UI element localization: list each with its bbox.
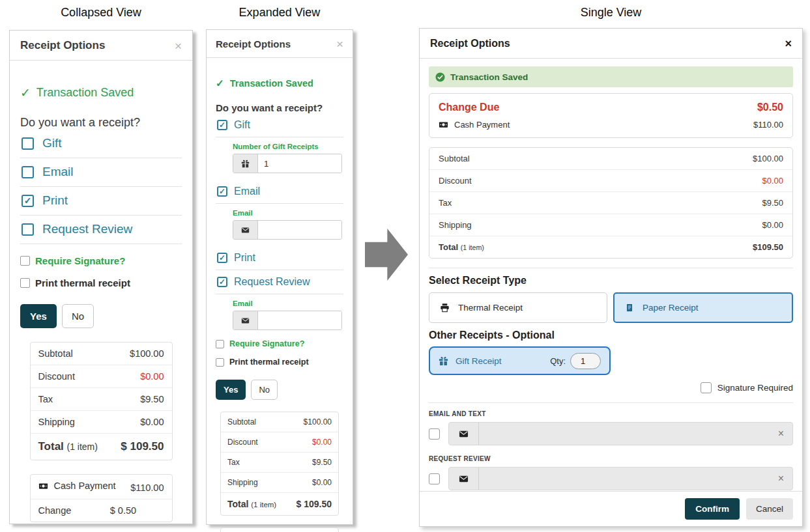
receipt-options-dialog-single: Receipt Options × Transaction Saved Chan… [419, 28, 803, 527]
request-review-label: REQUEST REVIEW [429, 455, 793, 462]
option-request-review[interactable]: ✓ Request Review [216, 270, 343, 294]
clear-icon[interactable]: × [770, 473, 792, 484]
transaction-saved-banner: Transaction Saved [429, 66, 793, 87]
close-icon[interactable]: × [175, 40, 182, 52]
option-email[interactable]: Email [20, 158, 182, 187]
summary-row-total: Total (1 item) $ 109.50 [31, 434, 172, 460]
email-field: Email [233, 209, 343, 240]
printer-icon [440, 303, 450, 313]
no-button[interactable]: No [62, 304, 94, 328]
screenshot-stage: Collapsed View Expanded View Single View… [0, 0, 810, 532]
require-signature-row[interactable]: Require Signature? [216, 339, 343, 348]
receipt-options-dialog-collapsed: Receipt Options × ✓ Transaction Saved Do… [9, 30, 193, 524]
request-review-checkbox[interactable] [429, 473, 440, 484]
change-due-label: Change Due [439, 102, 499, 113]
review-email-field: Email [233, 300, 343, 330]
change-row: Change $ 0.50 [31, 499, 172, 522]
option-label: Gift [234, 119, 250, 131]
payment-card: Cash Payment $110.00 Change $ 0.50 [30, 474, 173, 522]
review-email-input[interactable] [258, 311, 341, 329]
close-icon[interactable]: × [336, 38, 343, 50]
option-label: Request Review [42, 222, 132, 236]
arrow-right-icon [365, 229, 408, 281]
signature-required-label: Signature Required [717, 383, 793, 393]
request-review-checkbox[interactable]: ✓ [217, 277, 227, 287]
cancel-button[interactable]: Cancel [746, 498, 793, 520]
close-icon[interactable]: × [785, 38, 792, 49]
summary-row-subtotal: Subtotal$100.00 [429, 148, 792, 170]
check-icon: ✓ [219, 120, 225, 130]
other-receipts-heading: Other Receipts - Optional [429, 329, 793, 341]
option-gift[interactable]: ✓ Gift [216, 113, 343, 137]
envelope-icon [233, 311, 258, 329]
no-button[interactable]: No [251, 380, 278, 400]
summary-row-total: Total (1 item) $109.50 [429, 236, 792, 258]
print-checkbox[interactable]: ✓ [217, 253, 227, 263]
email-checkbox[interactable] [22, 166, 34, 178]
receipt-question: Do you want a receipt? [216, 102, 343, 113]
yes-button[interactable]: Yes [20, 304, 57, 328]
clear-icon[interactable]: × [770, 428, 792, 440]
thermal-receipt-button[interactable]: Thermal Receipt [429, 292, 607, 323]
option-print[interactable]: ✓ Print [20, 187, 182, 216]
transaction-saved-status: ✓ Transaction Saved [216, 77, 343, 89]
transaction-saved-status: ✓ Transaction Saved [20, 85, 182, 100]
option-request-review[interactable]: Request Review [20, 216, 182, 244]
require-signature-label: Require Signature? [229, 339, 304, 348]
gift-checkbox[interactable] [22, 137, 34, 150]
require-signature-checkbox[interactable] [216, 340, 224, 348]
print-checkbox[interactable]: ✓ [22, 195, 34, 207]
summary-row-discount: Discount$0.00 [429, 170, 792, 192]
request-review-checkbox[interactable] [22, 223, 34, 236]
section-divider [429, 402, 793, 403]
summary-row-discount: Discount$0.00 [31, 365, 172, 388]
summary-row-tax: Tax$9.50 [221, 453, 338, 473]
summary-row-tax: Tax$9.50 [31, 388, 172, 411]
option-label: Gift [42, 136, 62, 150]
option-gift[interactable]: Gift [20, 130, 182, 158]
dialog-header: Receipt Options × [207, 30, 353, 58]
signature-required-checkbox[interactable] [701, 382, 712, 393]
gift-icon [233, 154, 258, 173]
request-review-input[interactable] [479, 474, 770, 484]
change-due-value: $0.50 [757, 102, 783, 113]
email-input[interactable] [258, 221, 341, 239]
email-checkbox[interactable]: ✓ [217, 186, 227, 197]
check-icon: ✓ [219, 277, 225, 287]
print-thermal-row[interactable]: Print thermal receipt [216, 357, 343, 367]
gift-count-label: Number of Gift Receipts [233, 143, 343, 150]
circle-check-icon [435, 72, 445, 82]
envelope-icon [233, 221, 258, 239]
paper-receipt-button[interactable]: Paper Receipt [613, 292, 793, 323]
request-review-row: × [429, 467, 793, 490]
gift-count-field: Number of Gift Receipts [233, 143, 343, 173]
email-and-text-row: × [429, 422, 793, 445]
email-and-text-input[interactable] [479, 429, 770, 439]
payment-card: Cash Payment $110.00 Change $ 0.50 [220, 527, 339, 532]
signature-required-row[interactable]: Signature Required [429, 382, 793, 393]
envelope-icon [449, 468, 479, 490]
gift-qty-input[interactable] [570, 353, 601, 369]
summary-row-shipping: Shipping$0.00 [429, 214, 792, 236]
print-thermal-checkbox[interactable] [216, 358, 224, 367]
yes-button[interactable]: Yes [216, 380, 246, 400]
print-thermal-row[interactable]: Print thermal receipt [20, 277, 182, 288]
gift-count-input[interactable] [258, 154, 341, 173]
require-signature-row[interactable]: Require Signature? [20, 255, 182, 266]
email-field-label: Email [233, 209, 343, 217]
require-signature-checkbox[interactable] [20, 256, 30, 266]
confirm-button[interactable]: Confirm [685, 498, 740, 520]
order-summary-card: Subtotal$100.00 Discount$0.00 Tax$9.50 S… [220, 412, 339, 516]
gift-receipt-toggle[interactable]: Gift Receipt Qty: [429, 346, 611, 375]
dialog-title: Receipt Options [216, 38, 291, 49]
email-and-text-checkbox[interactable] [429, 428, 440, 440]
section-divider [429, 268, 793, 268]
order-summary-card: Subtotal$100.00 Discount$0.00 Tax$9.50 S… [30, 342, 173, 460]
status-text: Transaction Saved [230, 78, 313, 89]
gift-checkbox[interactable]: ✓ [217, 120, 227, 130]
print-thermal-checkbox[interactable] [20, 278, 30, 288]
option-label: Print [42, 193, 68, 208]
option-email[interactable]: ✓ Email [216, 180, 343, 204]
option-label: Email [234, 186, 260, 197]
option-print[interactable]: ✓ Print [216, 246, 343, 270]
